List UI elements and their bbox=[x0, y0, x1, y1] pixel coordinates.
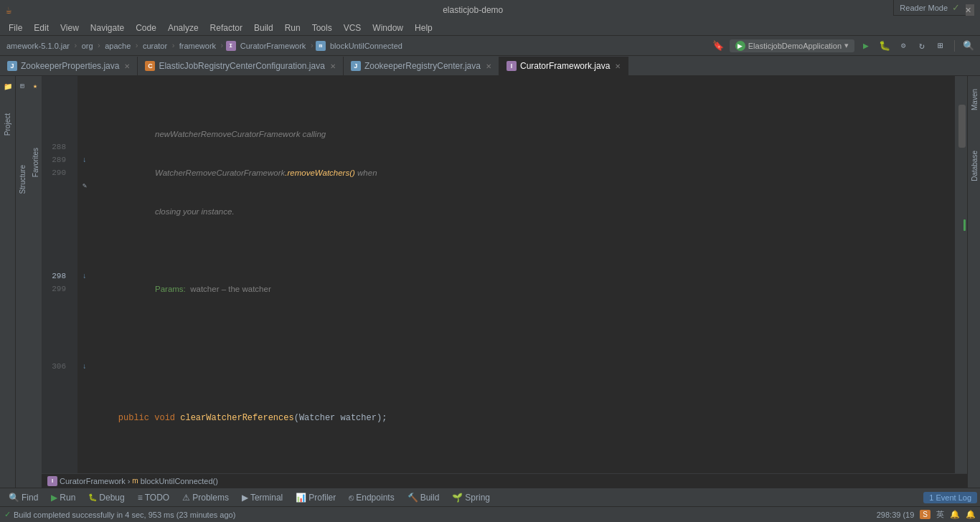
status-right: 298:39 (19 S 英 🔔 🔔 bbox=[877, 509, 976, 520]
debug-icon: 🐛 bbox=[88, 493, 97, 501]
find-label: Find bbox=[22, 493, 38, 503]
tab-label-3: ZookeeperRegistryCenter.java bbox=[364, 61, 481, 71]
spring-button[interactable]: 🌱 Spring bbox=[446, 491, 496, 504]
line-298: 298 bbox=[42, 270, 72, 283]
menu-window[interactable]: Window bbox=[367, 22, 409, 34]
nav-curator-framework[interactable]: CuratorFramework bbox=[238, 42, 308, 50]
find-button[interactable]: 🔍 Find bbox=[3, 491, 44, 504]
profiler-label: Profiler bbox=[308, 493, 336, 503]
tab-label-2: ElasticJobRegistryCenterConfiguration.ja… bbox=[159, 61, 324, 71]
menu-file[interactable]: File bbox=[3, 22, 28, 34]
editor-container: Reader Mode ✓ 288 289 290 bbox=[42, 76, 967, 488]
menu-tools[interactable]: Tools bbox=[306, 22, 338, 34]
gutter-icon-289[interactable]: ↓ bbox=[77, 153, 92, 166]
git-icon: 🔔 bbox=[950, 510, 960, 519]
run-config-label: ElasticjobDemoApplication bbox=[748, 42, 842, 50]
event-log-button[interactable]: 1 Event Log bbox=[923, 492, 977, 503]
profiler-button[interactable]: 📊 Profiler bbox=[290, 491, 341, 504]
maven-label[interactable]: Maven bbox=[968, 83, 980, 116]
right-panel-sidebar: Maven Database bbox=[967, 76, 980, 488]
code-area[interactable]: newWatcherRemoveCuratorFramework calling… bbox=[92, 76, 954, 473]
tab-zookeeper-properties[interactable]: J ZookeeperProperties.java ✕ bbox=[0, 57, 138, 75]
tab-zookeeper-registry[interactable]: J ZookeeperRegistryCenter.java ✕ bbox=[344, 57, 499, 75]
tab-elasticjob[interactable]: C ElasticJobRegistryCenterConfiguration.… bbox=[138, 57, 343, 75]
build-label: Build bbox=[420, 493, 440, 503]
title-bar: ☕ elasticjob-demo — □ ✕ bbox=[0, 0, 980, 20]
todo-icon: ≡ bbox=[138, 493, 143, 503]
title-bar-title: elasticjob-demo bbox=[443, 5, 503, 15]
layout-icon-btn[interactable]: ⊞ bbox=[933, 39, 948, 53]
favorites-label[interactable]: Favorites bbox=[32, 148, 39, 177]
project-sidebar[interactable]: 📁 Project bbox=[0, 76, 16, 488]
main-area: 📁 Project ⊞ Structure ★ Favorites Reader… bbox=[0, 76, 980, 488]
editor-content[interactable]: 288 289 290 298 299 306 bbox=[42, 76, 967, 473]
spring-icon: 🌱 bbox=[452, 493, 463, 503]
scroll-indicator[interactable] bbox=[958, 105, 966, 148]
tab-close-2[interactable]: ✕ bbox=[330, 62, 336, 70]
database-label[interactable]: Database bbox=[968, 145, 980, 187]
run-button[interactable]: ▶ bbox=[859, 39, 873, 53]
input-method-icon[interactable]: 英 bbox=[936, 509, 944, 520]
breadcrumb-method-icon: m bbox=[132, 477, 138, 485]
nav-method[interactable]: blockUntilConnected bbox=[328, 42, 405, 50]
nav-framework[interactable]: framework bbox=[177, 42, 218, 50]
debug-button[interactable]: 🐛 Debug bbox=[83, 491, 130, 504]
tab-curator-framework[interactable]: I CuratorFramework.java ✕ bbox=[499, 57, 628, 75]
menu-analyze[interactable]: Analyze bbox=[162, 22, 204, 34]
curator-framework-icon: I bbox=[226, 41, 236, 51]
run-label: Run bbox=[60, 493, 75, 503]
encoding-icon: S bbox=[920, 510, 930, 519]
menu-build[interactable]: Build bbox=[248, 22, 279, 34]
endpoints-icon: ⎋ bbox=[349, 493, 354, 503]
build-icon-btn[interactable]: ⚙ bbox=[896, 39, 910, 53]
problems-icon: ⚠ bbox=[182, 493, 190, 503]
build-button[interactable]: 🔨 Build bbox=[402, 491, 446, 504]
build-icon: 🔨 bbox=[407, 493, 418, 503]
more-icon-btn[interactable]: ↻ bbox=[915, 39, 929, 53]
nav-curator[interactable]: curator bbox=[141, 42, 169, 50]
menu-code[interactable]: Code bbox=[130, 22, 162, 34]
bookmark-icon[interactable]: 🔖 bbox=[711, 39, 725, 53]
run-button[interactable]: ▶ Run bbox=[45, 491, 81, 504]
structure-label[interactable]: Structure bbox=[19, 165, 27, 194]
debug-button[interactable]: 🐛 bbox=[877, 39, 892, 53]
find-icon: 🔍 bbox=[9, 493, 19, 503]
problems-button[interactable]: ⚠ Problems bbox=[176, 491, 235, 504]
nav-org[interactable]: org bbox=[80, 42, 95, 50]
nav-apache[interactable]: apache bbox=[103, 42, 133, 50]
terminal-label: Terminal bbox=[250, 493, 283, 503]
terminal-button[interactable]: ▶ Terminal bbox=[236, 491, 288, 504]
menu-run[interactable]: Run bbox=[279, 22, 306, 34]
tab-close-4[interactable]: ✕ bbox=[615, 62, 621, 70]
menu-navigate[interactable]: Navigate bbox=[85, 22, 130, 34]
project-label[interactable]: Project bbox=[4, 113, 11, 136]
breadcrumb-item-2[interactable]: blockUntilConnected() bbox=[141, 477, 218, 485]
menu-vcs[interactable]: VCS bbox=[338, 22, 367, 34]
run-config-dropdown-icon[interactable]: ▾ bbox=[844, 41, 849, 50]
endpoints-button[interactable]: ⎋ Endpoints bbox=[343, 491, 400, 504]
todo-button[interactable]: ≡ TODO bbox=[132, 491, 175, 504]
search-icon-btn[interactable]: 🔍 bbox=[961, 39, 976, 53]
menu-view[interactable]: View bbox=[55, 22, 85, 34]
todo-label: TODO bbox=[145, 493, 169, 503]
tab-close-1[interactable]: ✕ bbox=[124, 62, 130, 70]
gutter-icon-298[interactable]: ↓ bbox=[77, 270, 92, 283]
menu-edit[interactable]: Edit bbox=[28, 22, 55, 34]
gutter-icon-306[interactable]: ↓ bbox=[77, 360, 92, 373]
event-log-label: 1 Event Log bbox=[929, 493, 971, 502]
menu-help[interactable]: Help bbox=[409, 22, 438, 34]
breadcrumb-icon: I bbox=[47, 476, 57, 486]
status-left: ✓ Build completed successfully in 4 sec,… bbox=[4, 510, 235, 519]
build-status-icon: ✓ bbox=[4, 510, 11, 519]
favorites-sidebar[interactable]: ★ Favorites bbox=[29, 76, 42, 488]
gutter-edit-icon[interactable]: ✎ bbox=[77, 179, 92, 192]
menu-refactor[interactable]: Refactor bbox=[204, 22, 248, 34]
breadcrumb-item-1[interactable]: CuratorFramework bbox=[60, 477, 126, 485]
notification-icon: 🔔 bbox=[966, 510, 976, 519]
nav-jar[interactable]: amework-5.1.0.jar bbox=[4, 42, 72, 50]
tab-close-3[interactable]: ✕ bbox=[486, 62, 491, 70]
profiler-icon: 📊 bbox=[296, 493, 306, 503]
line-gutter: ↓ ✎ ↓ ↓ bbox=[77, 76, 92, 473]
structure-sidebar[interactable]: ⊞ Structure bbox=[16, 76, 29, 488]
run-config[interactable]: ▶ ElasticjobDemoApplication ▾ bbox=[730, 39, 854, 52]
